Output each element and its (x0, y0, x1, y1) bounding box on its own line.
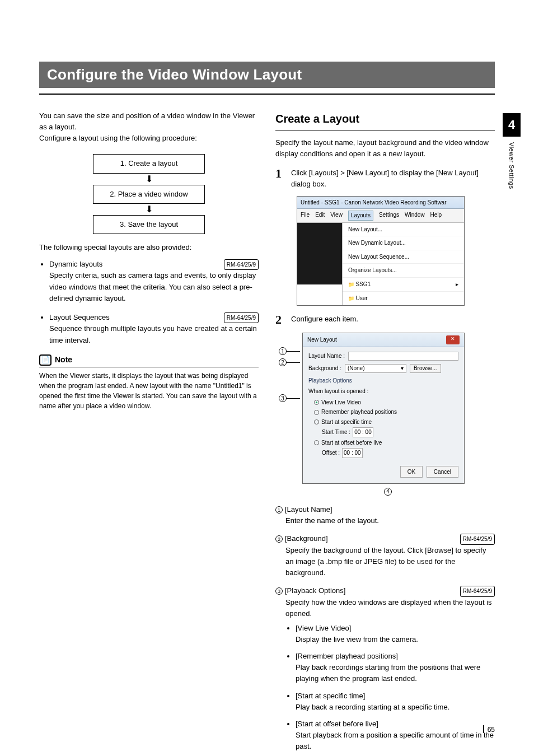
step-number-1: 1 (275, 167, 285, 190)
note-icon: 📄 (39, 354, 51, 366)
radio-offset-label: Start at offset before live (321, 438, 382, 447)
step-1-body: Click [Layouts] > [New Layout] to displa… (291, 167, 495, 190)
radio-specific-time-label: Start at specific time (321, 418, 372, 427)
offset-label: Offset : (322, 449, 340, 458)
flow-step-1: 1. Create a layout (93, 154, 205, 173)
left-following: The following special layouts are also p… (39, 242, 259, 253)
layout-name-label: Layout Name : (308, 352, 345, 361)
screenshot-layouts-menu: Untitled - SSG1 - Canon Network Video Re… (297, 196, 465, 306)
radio-remember-label: Remember playhead positions (321, 408, 397, 417)
bullet-body-dynamic: Specify criteria, such as camera tags an… (49, 270, 259, 304)
layout-name-input[interactable] (348, 352, 458, 361)
note-rule (39, 367, 259, 367)
close-icon[interactable]: ✕ (446, 335, 460, 344)
callout-1: 1 (279, 347, 287, 355)
callout-line (287, 362, 300, 363)
chapter-number: 4 (503, 113, 521, 137)
step-number-2: 2 (275, 314, 285, 326)
radio-offset[interactable] (314, 440, 319, 445)
ss-dd-organize[interactable]: Organize Layouts... (343, 264, 464, 278)
bullet-head-sequences: Layout Sequences (49, 312, 110, 323)
ss-menu-window[interactable]: Window (405, 211, 425, 221)
sub-t-offset: [Start at offset before live] (296, 720, 378, 728)
side-tab: 4 Viewer Settings (503, 113, 521, 189)
radio-remember[interactable] (314, 410, 319, 415)
radio-view-live[interactable] (314, 400, 319, 405)
enum-body-playback: Specify how the video windows are displa… (285, 598, 492, 618)
ss-window-title: Untitled - SSG1 - Canon Network Video Re… (297, 197, 464, 209)
sub-t-specific: [Start at specific time] (296, 692, 365, 700)
enum-num-3: 3 (275, 587, 283, 595)
sub-b-specific: Play back a recording starting at a spec… (296, 703, 449, 711)
callout-line (287, 398, 300, 399)
enum-list: 1[Layout Name] Enter the name of the lay… (275, 504, 495, 756)
title-rule (39, 94, 495, 95)
sub-t-remember: [Remember playhead positions] (296, 652, 398, 660)
create-layout-intro: Specify the layout name, layout backgrou… (275, 137, 495, 160)
enum-title-layout-name: [Layout Name] (285, 505, 332, 514)
left-column: You can save the size and position of a … (39, 110, 259, 756)
step-2-body: Configure each item. (291, 314, 495, 326)
ss-dd-new-dynamic[interactable]: New Dynamic Layout... (343, 236, 464, 250)
special-layouts-list: Dynamic layouts RM-64/25/9 Specify crite… (39, 259, 259, 346)
ss-menu-layouts[interactable]: Layouts (348, 211, 373, 221)
ss-menu-edit[interactable]: Edit (315, 211, 325, 221)
note-label: Note (55, 354, 72, 366)
enum-num-1: 1 (275, 506, 283, 514)
start-time-value[interactable]: 00 : 00 (353, 427, 373, 437)
chapter-label: Viewer Settings (508, 142, 515, 189)
offset-value[interactable]: 00 : 00 (342, 448, 363, 458)
ss-dd-new-sequence[interactable]: New Layout Sequence... (343, 250, 464, 264)
background-value: (None) (348, 364, 365, 373)
page-title: Configure the Video Window Layout (47, 66, 487, 83)
sub-b-live: Display the live view from the camera. (296, 635, 418, 643)
radio-view-live-label: View Live Video (321, 398, 361, 407)
ss-menu-view[interactable]: View (330, 211, 343, 221)
arrow-down-icon: ⬇ (146, 205, 153, 214)
ok-button[interactable]: OK (400, 466, 423, 478)
bullet-head-dynamic: Dynamic layouts (49, 259, 102, 270)
ss-dd-user[interactable]: User (343, 292, 464, 306)
enum-body-layout-name: Enter the name of the layout. (285, 515, 495, 526)
right-column: Create a Layout Specify the layout name,… (275, 110, 495, 756)
sub-rule (275, 130, 495, 130)
radio-specific-time[interactable] (314, 419, 319, 424)
sub-b-offset: Start playback from a position a specifi… (296, 731, 494, 750)
ss-menu-settings[interactable]: Settings (379, 211, 399, 221)
callout-4: 4 (384, 488, 392, 496)
callout-line (287, 351, 300, 352)
bullet-body-sequences: Sequence through multiple layouts you ha… (49, 323, 259, 346)
ss-menu-file[interactable]: File (301, 211, 310, 221)
enum-title-playback: [Playback Options] (285, 586, 345, 595)
page-title-bar: Configure the Video Window Layout (39, 62, 495, 88)
flow-step-3: 3. Save the layout (93, 215, 205, 234)
sub-b-remember: Play back recordings starting from the p… (296, 663, 480, 683)
left-intro-2: Configure a layout using the following p… (39, 133, 259, 144)
cancel-button[interactable]: Cancel (427, 466, 458, 478)
rm-tag: RM-64/25/9 (224, 312, 259, 324)
callout-3: 3 (279, 394, 287, 402)
ss-layouts-dropdown: New Layout... New Dynamic Layout... New … (342, 223, 464, 306)
background-label: Background : (308, 364, 341, 373)
dlg-title: New Layout (307, 335, 337, 344)
background-select[interactable]: (None)▾ (345, 364, 406, 373)
create-layout-heading: Create a Layout (275, 110, 495, 128)
enum-title-background: [Background] (285, 534, 328, 543)
left-intro-1: You can save the size and position of a … (39, 110, 259, 133)
ss-dd-ssg1[interactable]: SSG1 (343, 278, 464, 292)
sub-t-live: [View Live Video] (296, 624, 351, 632)
when-layout-opened-label: When layout is opened : (308, 387, 458, 396)
note-body: When the Viewer starts, it displays the … (39, 371, 259, 411)
ss-menubar: File Edit View Layouts Settings Window H… (297, 209, 464, 223)
rm-tag: RM-64/25/9 (460, 586, 495, 597)
arrow-down-icon: ⬇ (146, 175, 153, 184)
start-time-label: Start Time : (322, 428, 350, 437)
ss-menu-help[interactable]: Help (430, 211, 442, 221)
chevron-down-icon: ▾ (401, 364, 404, 373)
new-layout-dialog: New Layout ✕ Layout Name : Background : … (302, 333, 465, 484)
enum-body-background: Specify the background of the layout. Cl… (285, 545, 495, 578)
rm-tag: RM-64/25/9 (460, 534, 495, 545)
ss-dd-new-layout[interactable]: New Layout... (343, 223, 464, 237)
browse-button[interactable]: Browse... (410, 364, 441, 373)
flow-step-2: 2. Place a video window (93, 185, 205, 204)
